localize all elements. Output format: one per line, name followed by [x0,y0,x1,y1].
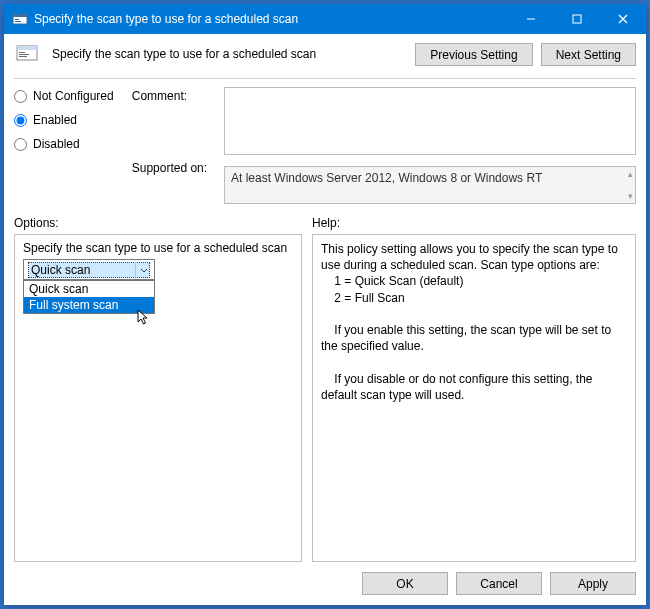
comment-textarea[interactable] [224,87,636,155]
pane-labels: Options: Help: [14,216,636,230]
scan-type-selected: Quick scan [28,262,150,278]
chevron-down-icon[interactable] [135,262,152,279]
svg-rect-12 [19,56,27,57]
svg-rect-11 [19,54,29,55]
radio-not-configured-input[interactable] [14,90,27,103]
app-icon [12,11,28,27]
radio-disabled-label: Disabled [33,137,80,151]
titlebar[interactable]: Specify the scan type to use for a sched… [4,4,646,34]
dropdown-item-full-system-scan[interactable]: Full system scan [24,297,154,313]
svg-rect-1 [13,14,27,17]
radio-enabled-label: Enabled [33,113,77,127]
scan-type-combobox[interactable]: Quick scan [23,259,155,280]
minimize-button[interactable] [508,4,554,34]
header-title: Specify the scan type to use for a sched… [52,47,405,61]
window-title: Specify the scan type to use for a sched… [34,12,508,26]
supported-on-box: At least Windows Server 2012, Windows 8 … [224,166,636,204]
supported-label: Supported on: [132,161,212,175]
svg-rect-5 [573,15,581,23]
scan-type-combo-wrap: Quick scan Quick scan Full system scan [23,259,155,280]
previous-setting-button[interactable]: Previous Setting [415,43,532,66]
comment-label: Comment: [132,89,212,103]
options-label: Options: [14,216,312,230]
options-pane: Specify the scan type to use for a sched… [14,234,302,562]
svg-rect-3 [15,21,21,22]
radio-disabled-input[interactable] [14,138,27,151]
policy-editor-window: Specify the scan type to use for a sched… [4,4,646,605]
cancel-button[interactable]: Cancel [456,572,542,595]
next-setting-button[interactable]: Next Setting [541,43,636,66]
content-area: Specify the scan type to use for a sched… [4,34,646,605]
help-pane: This policy setting allows you to specif… [312,234,636,562]
setting-nav: Previous Setting Next Setting [415,43,636,66]
svg-rect-9 [17,46,37,50]
field-column: At least Windows Server 2012, Windows 8 … [224,87,636,204]
radio-disabled[interactable]: Disabled [14,137,120,151]
supported-on-text: At least Windows Server 2012, Windows 8 … [231,171,542,185]
radio-not-configured-label: Not Configured [33,89,114,103]
state-column: Not Configured Enabled Disabled [14,87,120,161]
label-column: Comment: Supported on: [132,87,212,175]
dropdown-item-quick-scan[interactable]: Quick scan [24,281,154,297]
ok-button[interactable]: OK [362,572,448,595]
footer-buttons: OK Cancel Apply [14,562,636,595]
svg-rect-2 [15,19,19,20]
radio-not-configured[interactable]: Not Configured [14,89,120,103]
help-label: Help: [312,216,340,230]
apply-button[interactable]: Apply [550,572,636,595]
scan-type-dropdown[interactable]: Quick scan Full system scan [23,280,155,314]
policy-icon [14,42,42,66]
close-button[interactable] [600,4,646,34]
panes-row: Specify the scan type to use for a sched… [14,234,636,562]
svg-rect-10 [19,52,25,53]
separator [14,78,636,79]
header-row: Specify the scan type to use for a sched… [14,42,636,66]
config-row: Not Configured Enabled Disabled Comment:… [14,87,636,204]
radio-enabled[interactable]: Enabled [14,113,120,127]
option-field-label: Specify the scan type to use for a sched… [23,241,293,255]
scroll-up-icon: ▴ [628,169,633,179]
help-text: This policy setting allows you to specif… [321,241,627,403]
radio-enabled-input[interactable] [14,114,27,127]
maximize-button[interactable] [554,4,600,34]
scroll-down-icon: ▾ [628,191,633,201]
